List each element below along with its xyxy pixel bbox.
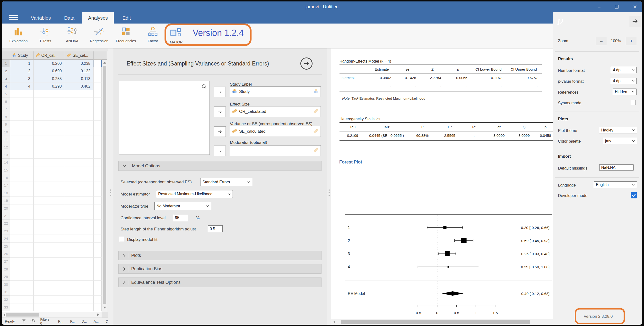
data-cell[interactable] [34,235,65,242]
data-cell[interactable]: 0.255 [34,75,65,82]
data-cell[interactable] [34,258,65,265]
data-cell[interactable] [94,159,102,166]
data-cell[interactable] [10,159,34,166]
data-cell[interactable] [10,281,34,288]
data-cell[interactable] [34,250,65,258]
default-missings-input[interactable] [599,164,634,170]
variable-slot-1[interactable]: OR_calculated [230,106,321,117]
data-cell[interactable] [65,281,94,288]
data-cell[interactable] [94,166,102,174]
data-cell[interactable] [10,90,34,98]
data-cell[interactable] [34,166,65,174]
data-cell[interactable] [65,197,94,204]
data-cell[interactable] [10,288,34,296]
data-cell[interactable] [10,105,34,113]
search-icon[interactable] [201,84,207,90]
data-cell[interactable] [94,189,102,197]
filter-funnel-icon[interactable] [22,319,26,324]
h-scroll-thumb[interactable] [6,313,39,317]
data-cell[interactable] [65,273,94,280]
data-cell[interactable] [10,136,34,143]
data-cell[interactable] [94,197,102,204]
row-number[interactable]: 25 [2,243,10,250]
data-cell[interactable] [94,227,102,235]
zoom-out-button[interactable]: – [596,37,607,45]
data-cell[interactable]: 0.200 [34,60,65,67]
data-cell[interactable] [10,265,34,273]
scroll-down-icon[interactable] [103,307,106,309]
data-cell[interactable] [10,98,34,105]
step-length-input[interactable] [208,225,222,232]
data-cell[interactable] [34,113,65,121]
column-header-OR_cal...[interactable]: OR_cal... [34,51,65,60]
tab-analyses[interactable]: Analyses [82,12,114,23]
row-number[interactable]: 28 [2,265,10,273]
data-cell[interactable]: 3 [10,75,34,82]
data-cell[interactable] [65,243,94,250]
data-cell[interactable] [10,143,34,151]
row-number[interactable]: 8 [2,113,10,121]
data-cell[interactable] [65,105,94,113]
pane-divider-right[interactable] [327,48,331,325]
data-cell[interactable] [34,296,65,303]
data-cell[interactable] [94,105,102,113]
ribbon-item-frequencies[interactable]: Frequencies [113,26,138,43]
data-cell[interactable] [65,90,94,98]
row-number[interactable]: 2 [2,67,10,75]
data-cell[interactable] [65,166,94,174]
data-cell[interactable] [94,265,102,273]
model-estimator-dropdown[interactable]: Restricted Maximum-Likelihood [156,190,233,198]
h-scrollbar[interactable] [2,312,102,318]
section-plots[interactable]: Plots [118,251,322,260]
close-button[interactable]: ✕ [630,3,640,11]
data-cell[interactable] [94,136,102,143]
row-number[interactable]: 24 [2,235,10,242]
column-header-Study[interactable]: Study [10,51,34,60]
data-cell[interactable] [65,304,94,311]
pane-divider-left[interactable] [108,48,113,325]
ribbon-item-regression[interactable]: Regression [88,26,111,43]
row-number[interactable]: 9 [2,121,10,128]
assign-arrow-button[interactable] [214,146,226,156]
data-cell[interactable] [65,212,94,219]
data-cell[interactable] [34,98,65,105]
data-cell[interactable] [10,227,34,235]
data-cell[interactable] [94,90,102,98]
data-cell[interactable]: 0.113 [65,75,94,82]
data-cell[interactable] [34,243,65,250]
data-cell[interactable] [65,219,94,227]
data-cell[interactable] [34,143,65,151]
data-cell[interactable] [65,151,94,159]
data-cell[interactable] [65,121,94,128]
row-number[interactable]: 23 [2,227,10,235]
data-cell[interactable] [10,189,34,197]
data-cell[interactable] [65,258,94,265]
data-cell[interactable] [65,265,94,273]
variable-slot-0[interactable]: Study [230,86,321,97]
data-cell[interactable] [94,98,102,105]
tab-edit[interactable]: Edit [120,12,133,23]
data-cell[interactable]: 0.235 [65,60,94,67]
row-number[interactable]: 18 [2,189,10,197]
collapse-analysis-button[interactable] [300,57,312,70]
data-cell[interactable] [65,113,94,121]
data-cell[interactable] [65,136,94,143]
data-cell[interactable] [94,174,102,181]
data-cell[interactable] [10,250,34,258]
data-cell[interactable] [10,296,34,303]
row-number[interactable]: 20 [2,204,10,212]
data-cell[interactable] [34,197,65,204]
row-number[interactable]: 6 [2,98,10,105]
results-h-scrollbar[interactable] [331,319,555,325]
references-dropdown[interactable]: Hidden [613,89,637,95]
data-cell[interactable] [94,113,102,121]
data-cell[interactable] [65,227,94,235]
data-cell[interactable] [34,181,65,189]
data-cell[interactable] [94,235,102,242]
data-cell[interactable] [65,143,94,151]
data-cell[interactable]: 2 [10,67,34,75]
data-cell[interactable] [65,250,94,258]
data-cell[interactable]: 0.690 [34,67,65,75]
row-number[interactable]: 26 [2,250,10,258]
data-cell[interactable] [34,90,65,98]
